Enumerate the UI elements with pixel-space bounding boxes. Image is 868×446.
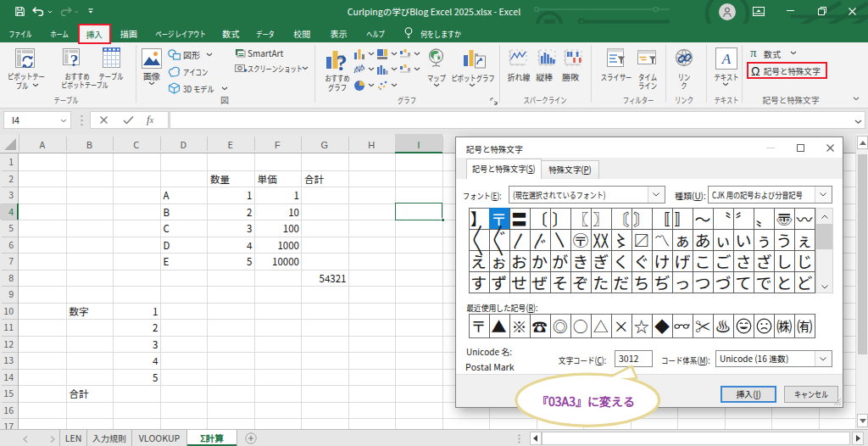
svg-text:A: A bbox=[721, 51, 732, 67]
svg-text:?: ? bbox=[337, 51, 348, 72]
svg-text:?: ? bbox=[70, 52, 79, 68]
